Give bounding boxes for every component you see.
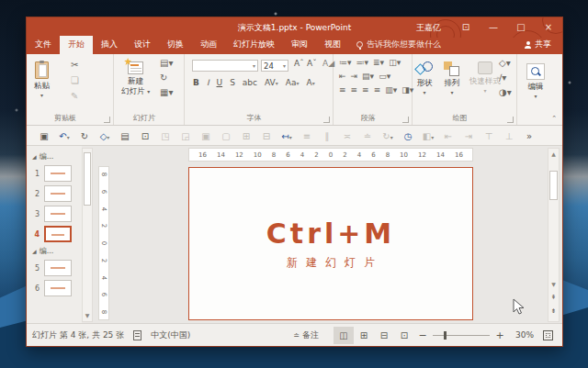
redo-icon[interactable]: ↻	[74, 131, 95, 141]
quick-styles-button[interactable]: 快速样式 ▾	[469, 56, 501, 93]
slide-thumbnail-6[interactable]: 6	[32, 280, 82, 296]
text-direction-icon[interactable]: ◫▾	[389, 57, 401, 68]
ribbon-display-options-icon[interactable]: ⊡	[452, 17, 480, 38]
font-name-combo[interactable]: ▾	[192, 60, 258, 72]
panel-scrollbar-thumb[interactable]	[84, 152, 91, 206]
shadow-button[interactable]: S	[227, 78, 238, 87]
line-spacing-icon[interactable]: ≣▾	[373, 57, 384, 68]
more-commands-icon[interactable]: »	[519, 131, 539, 141]
new-slide-button[interactable]: 新建 幻灯片 ▾	[121, 56, 150, 97]
shapes-icon[interactable]: ◇▾	[95, 131, 115, 141]
vertical-scrollbar[interactable]: ▲ ▼ ⇞ ⇟	[548, 148, 560, 322]
font-color-button[interactable]: A▾	[303, 78, 317, 87]
collapse-ribbon-icon[interactable]: ⌃	[551, 115, 557, 122]
italic-button[interactable]: I	[204, 78, 212, 87]
tab-文件[interactable]: 文件	[27, 36, 60, 54]
slide-canvas[interactable]: Ctrl+M 新建幻灯片	[188, 167, 473, 320]
spell-check-icon[interactable]	[133, 330, 141, 340]
save-icon[interactable]: ▣	[34, 131, 54, 141]
reset-slide-icon[interactable]: ↻	[160, 72, 173, 84]
slide-layout-icon[interactable]: ▤	[115, 131, 135, 141]
shape-fill-icon[interactable]: ◇▾	[499, 58, 512, 69]
shrink-font-button[interactable]: Aˇ	[304, 59, 320, 68]
share-button[interactable]: 共享	[514, 36, 562, 54]
tab-切换[interactable]: 切换	[159, 36, 192, 54]
normal-view-icon[interactable]: ◫	[334, 327, 354, 344]
zoom-out-button[interactable]: −	[416, 329, 429, 341]
underline-button[interactable]: U	[214, 78, 226, 87]
minimize-button[interactable]: —	[480, 17, 507, 38]
dialog-launcher-icon[interactable]	[104, 117, 110, 123]
panel-scroll-down-icon[interactable]: ▼	[84, 312, 91, 321]
next-slide-button[interactable]: ⇟	[548, 306, 559, 318]
align-right-icon[interactable]: ≡	[362, 84, 369, 95]
tab-开始[interactable]: 开始	[60, 36, 93, 54]
fit-to-window-icon[interactable]	[543, 330, 553, 340]
tab-幻灯片放映[interactable]: 幻灯片放映	[225, 36, 283, 54]
slide-thumbnail-2[interactable]: 2	[32, 185, 82, 202]
columns-icon[interactable]: ▥▾	[385, 84, 397, 95]
copy-icon[interactable]: ❏	[71, 75, 79, 86]
close-button[interactable]: ×	[535, 17, 562, 38]
numbering-icon[interactable]: ≕▾	[356, 57, 369, 68]
indent-decrease-icon[interactable]: ⇤	[339, 71, 346, 82]
arrange-button[interactable]: 排列 ▾	[444, 56, 460, 95]
panel-scrollbar[interactable]: ▼	[82, 148, 93, 322]
align-center-icon[interactable]: ≡	[351, 84, 358, 95]
zoom-slider-thumb[interactable]	[444, 331, 447, 340]
justify-icon[interactable]: ≡	[374, 84, 381, 95]
shape-outline-icon[interactable]: ∕▾	[499, 72, 512, 84]
zoom-level[interactable]: 30%	[508, 330, 534, 340]
user-name[interactable]: 王嘉亿	[405, 22, 452, 34]
paste-button[interactable]: 粘贴 ▾	[34, 56, 50, 97]
slide-thumbnail-5[interactable]: 5	[32, 260, 82, 276]
maximize-button[interactable]: □	[507, 17, 535, 38]
indent-increase-icon[interactable]: ⇥	[351, 71, 358, 82]
align-text-icon[interactable]: ▤▾	[362, 71, 374, 82]
tab-动画[interactable]: 动画	[192, 36, 225, 54]
font-size-combo[interactable]: 24▾	[261, 60, 288, 72]
animation-painter-icon[interactable]: ◷	[398, 131, 418, 141]
slide-number-status[interactable]: 幻灯片 第 4 张, 共 25 张	[32, 329, 124, 341]
section-header[interactable]: ◢编...	[32, 151, 82, 162]
undo-icon[interactable]: ↶▾	[54, 131, 74, 141]
editing-button[interactable]: 编辑 ▾	[526, 58, 545, 98]
section-icon[interactable]: ▦▾	[160, 87, 173, 98]
strikethrough-button[interactable]: abc	[240, 78, 260, 87]
start-slideshow-icon[interactable]: ⊡	[135, 131, 155, 141]
slide-layout-icon[interactable]: ▤▾	[160, 58, 173, 69]
slideshow-icon[interactable]: ⊡	[394, 327, 414, 344]
align-left-icon[interactable]: ≡	[339, 84, 346, 95]
zoom-in-button[interactable]: +	[493, 329, 506, 341]
tab-设计[interactable]: 设计	[126, 36, 159, 54]
slide-thumbnail-4[interactable]: 4	[32, 226, 82, 242]
convert-smartart-icon[interactable]: ▭▾	[379, 71, 390, 82]
slide-thumbnail-1[interactable]: 1	[32, 165, 82, 182]
shape-effects-icon[interactable]: ◑▾	[499, 87, 512, 98]
bullets-icon[interactable]: ≔▾	[339, 57, 352, 68]
tab-审阅[interactable]: 审阅	[283, 36, 316, 54]
dialog-launcher-icon[interactable]	[323, 117, 330, 123]
scroll-up-icon[interactable]: ▲	[548, 149, 559, 159]
scroll-down-icon[interactable]: ▼	[548, 279, 559, 289]
shapes-button[interactable]: 形状 ▾	[416, 56, 433, 95]
bold-button[interactable]: B	[190, 78, 202, 87]
scrollbar-thumb[interactable]	[549, 171, 558, 200]
notes-button[interactable]: ≐ 备注	[293, 329, 319, 341]
format-painter-icon[interactable]: ✎	[71, 91, 79, 102]
paste-format-icon[interactable]: ↤▾	[277, 131, 297, 141]
section-header[interactable]: ◢编...	[32, 246, 82, 256]
slide-subtitle-text[interactable]: 新建幻灯片	[278, 255, 383, 271]
tab-视图[interactable]: 视图	[316, 36, 349, 54]
tab-插入[interactable]: 插入	[93, 36, 126, 54]
dialog-launcher-icon[interactable]	[402, 117, 409, 123]
reading-view-icon[interactable]: ⊟	[374, 327, 394, 344]
change-case-button[interactable]: Aa▾	[283, 78, 302, 87]
language-status[interactable]: 中文(中国)	[151, 329, 190, 341]
cut-icon[interactable]: ✂	[71, 60, 79, 71]
previous-slide-button[interactable]: ⇞	[548, 292, 559, 304]
slide-title-text[interactable]: Ctrl+M	[266, 217, 395, 250]
slide-thumbnail-3[interactable]: 3	[32, 206, 82, 222]
slide-sorter-icon[interactable]: ⊞	[354, 327, 374, 344]
dialog-launcher-icon[interactable]	[507, 117, 514, 123]
